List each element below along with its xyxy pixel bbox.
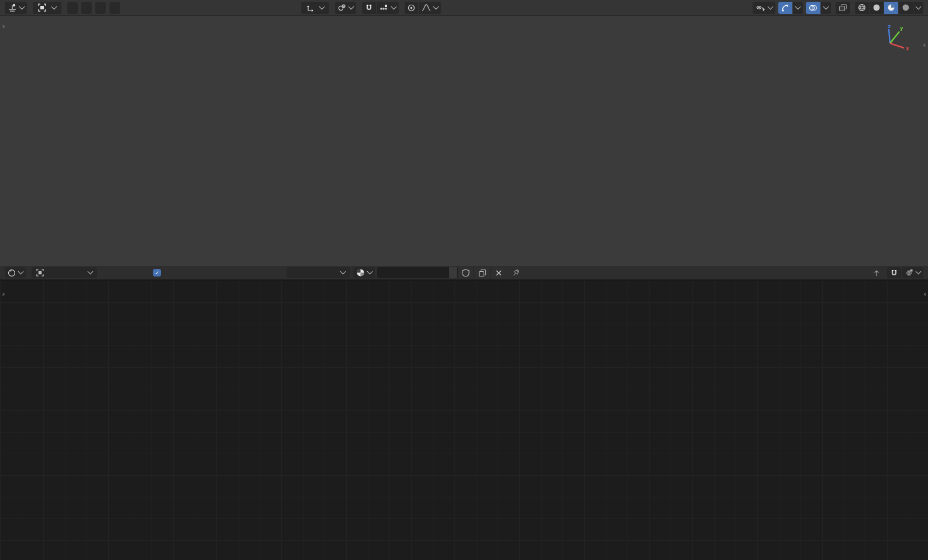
menu-select[interactable] <box>81 2 92 14</box>
snap-toggle-button[interactable] <box>362 2 376 14</box>
shader-editor-icon <box>8 269 16 277</box>
chevron-down-icon <box>51 4 57 9</box>
editor-type-button[interactable] <box>5 2 27 14</box>
magnet-icon <box>890 269 898 277</box>
node-editor-canvas[interactable]: › ‹ <box>0 281 928 560</box>
sidebar-toggle-arrow[interactable]: ‹ <box>922 42 927 48</box>
close-icon <box>495 269 502 276</box>
gizmo-z-label: z <box>888 23 891 29</box>
3d-viewport[interactable]: z y x ‹ › <box>0 0 928 266</box>
material-preview-shading-icon <box>887 4 895 12</box>
chevron-down-icon <box>768 4 774 9</box>
pivot-point-icon <box>338 4 346 12</box>
shading-solid-button[interactable] <box>870 2 884 14</box>
snap-toggle-button[interactable] <box>887 267 901 278</box>
chevron-down-icon <box>319 4 325 9</box>
shading-dropdown[interactable] <box>913 2 923 14</box>
gizmo-x-label: x <box>906 46 909 51</box>
fake-user-button[interactable] <box>458 267 474 278</box>
node-editor-header: ✓ <box>0 266 928 280</box>
region-toggle-arrow-right[interactable]: ‹ <box>923 291 927 297</box>
pin-icon <box>511 268 520 278</box>
material-slot-dropdown[interactable] <box>287 267 350 278</box>
pin-button[interactable] <box>511 268 520 278</box>
menu-view[interactable] <box>67 2 78 14</box>
navigation-axis-gizmo[interactable]: z y x <box>874 22 910 54</box>
viewport-canvas[interactable] <box>0 0 928 266</box>
visibility-dropdown[interactable] <box>753 2 775 14</box>
viewport-header <box>0 0 928 16</box>
proportional-falloff-dropdown[interactable] <box>419 2 441 14</box>
material-browse-dropdown[interactable] <box>353 267 375 278</box>
chevron-down-icon <box>916 269 922 275</box>
chevron-down-icon <box>795 4 801 9</box>
proportional-editing-icon <box>408 4 415 12</box>
menu-object[interactable] <box>109 2 120 14</box>
gizmo-y-label: y <box>900 25 903 31</box>
unlink-material-button[interactable] <box>491 267 506 278</box>
object-mode-icon <box>38 4 46 12</box>
material-name-field[interactable] <box>377 267 449 278</box>
shading-wireframe-button[interactable] <box>855 2 869 14</box>
snap-target-dropdown[interactable] <box>377 2 399 14</box>
chevron-down-icon <box>391 4 397 9</box>
nodes-layer <box>0 281 928 560</box>
editor-type-button[interactable] <box>5 267 26 278</box>
wireframe-shading-icon <box>858 4 866 12</box>
chevron-down-icon <box>823 4 829 9</box>
checkbox-checked-icon: ✓ <box>153 269 161 276</box>
gizmo-dropdown[interactable] <box>793 2 803 14</box>
shader-type-dropdown[interactable] <box>32 267 97 278</box>
3d-viewport-icon <box>8 4 17 12</box>
chevron-down-icon <box>340 269 346 275</box>
region-toggle-arrow-left[interactable]: › <box>1 291 6 297</box>
chevron-down-icon <box>367 269 373 275</box>
gizmo-icon <box>781 4 789 12</box>
orientation-axes-icon <box>306 4 314 12</box>
pivot-point-dropdown[interactable] <box>335 2 356 14</box>
shading-material-button[interactable] <box>884 2 898 14</box>
arrow-up-icon <box>872 269 881 277</box>
material-sphere-icon <box>356 268 365 277</box>
chevron-down-icon <box>19 4 25 9</box>
chevron-down-icon <box>433 4 439 9</box>
go-to-parent-tree-button[interactable] <box>870 267 884 278</box>
shield-icon <box>462 269 470 277</box>
use-nodes-checkbox[interactable]: ✓ <box>153 269 165 276</box>
snap-increment-icon <box>380 4 389 12</box>
toolbar-toggle-arrow[interactable]: › <box>1 23 6 29</box>
show-gizmo-toggle[interactable] <box>778 2 792 14</box>
chevron-down-icon <box>18 269 24 275</box>
material-user-count-button[interactable] <box>449 267 457 278</box>
object-data-icon <box>36 269 44 276</box>
snap-grid-icon <box>905 269 913 277</box>
eye-cursor-icon <box>755 4 765 12</box>
magnet-icon <box>365 4 373 12</box>
overlays-dropdown[interactable] <box>821 2 831 14</box>
chevron-down-icon <box>349 4 354 9</box>
menu-add[interactable] <box>95 2 106 14</box>
chevron-down-icon <box>916 4 922 9</box>
transform-orientation-dropdown[interactable] <box>301 2 329 14</box>
overlays-icon <box>809 4 817 12</box>
solid-shading-icon <box>872 4 881 12</box>
shading-rendered-button[interactable] <box>899 2 913 14</box>
mode-dropdown[interactable] <box>33 2 61 14</box>
show-overlays-toggle[interactable] <box>806 2 820 14</box>
chevron-down-icon <box>88 269 94 275</box>
xray-icon <box>839 4 847 12</box>
material-datablock-group <box>377 267 506 278</box>
rendered-shading-icon <box>902 4 910 12</box>
snap-target-dropdown[interactable] <box>902 267 923 278</box>
duplicate-icon <box>478 269 487 277</box>
falloff-curve-icon <box>422 4 431 11</box>
xray-toggle[interactable] <box>836 2 850 14</box>
copy-material-button[interactable] <box>474 267 491 278</box>
proportional-editing-toggle[interactable] <box>405 2 418 14</box>
